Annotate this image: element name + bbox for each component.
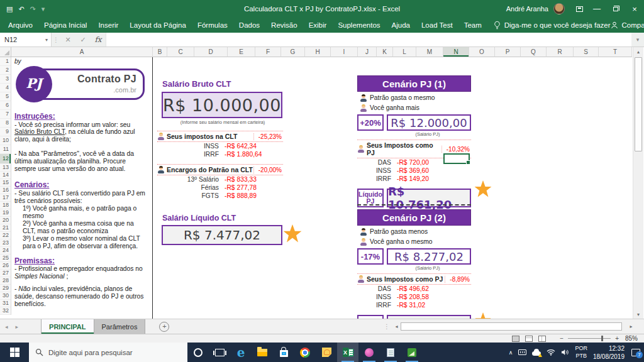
- new-sheet-button[interactable]: +: [159, 322, 169, 332]
- row-header-16[interactable]: 16: [0, 187, 11, 194]
- row-header-19[interactable]: 19: [0, 209, 11, 217]
- signed-in-user[interactable]: André Aranha: [506, 5, 548, 13]
- vertical-scrollbar-thumb[interactable]: [635, 57, 642, 151]
- row-header-10[interactable]: 10: [0, 136, 11, 145]
- column-header-H[interactable]: H: [305, 47, 331, 57]
- row-header-17[interactable]: 17: [0, 194, 11, 202]
- row-header-25[interactable]: 25: [0, 255, 11, 262]
- notepad-button[interactable]: [380, 343, 401, 362]
- qat-customize-icon[interactable]: ▾: [42, 5, 45, 13]
- touch-keyboard-icon[interactable]: [518, 349, 526, 355]
- row-header-31[interactable]: 31: [0, 300, 11, 307]
- edge-button[interactable]: e: [230, 343, 252, 362]
- row-header-32[interactable]: 32: [0, 307, 11, 315]
- column-header-G[interactable]: G: [281, 47, 305, 57]
- row-header-2[interactable]: 2: [0, 66, 11, 75]
- row-header-24[interactable]: 24: [0, 247, 11, 255]
- row-header-11[interactable]: 11: [0, 145, 11, 154]
- collapse-formula-bar-icon[interactable]: ▾: [631, 33, 644, 47]
- column-header-B[interactable]: B: [153, 47, 167, 57]
- scroll-right-icon[interactable]: ▸: [627, 324, 635, 329]
- column-header-D[interactable]: D: [194, 47, 228, 57]
- row-header-18[interactable]: 18: [0, 202, 11, 209]
- row-header-15[interactable]: 15: [0, 179, 11, 187]
- select-all-corner[interactable]: [0, 47, 11, 57]
- scenario-2-percent-cell[interactable]: -17%: [357, 248, 384, 265]
- column-header-O[interactable]: O: [469, 47, 495, 57]
- row-header-3[interactable]: 3: [0, 75, 11, 84]
- row-header-21[interactable]: 21: [0, 224, 11, 232]
- row-header-20[interactable]: 20: [0, 217, 11, 224]
- chrome-button[interactable]: [294, 343, 316, 362]
- scenario-2-salary-cell[interactable]: R$ 8.277,02: [387, 248, 471, 265]
- formula-input[interactable]: [106, 33, 631, 47]
- net-salary-cell[interactable]: R$ 7.477,02: [162, 225, 282, 245]
- green-app-button[interactable]: [401, 343, 423, 362]
- row-header-6[interactable]: 6: [0, 101, 11, 110]
- column-header-F[interactable]: F: [255, 47, 281, 57]
- enter-icon[interactable]: ✓: [75, 33, 91, 47]
- file-explorer-button[interactable]: [252, 343, 273, 362]
- zoom-out-icon[interactable]: −: [560, 335, 564, 342]
- row-header-30[interactable]: 30: [0, 292, 11, 300]
- action-center-icon[interactable]: 7: [631, 349, 640, 356]
- row-header-26[interactable]: 26: [0, 262, 11, 270]
- row-header-7[interactable]: 7: [0, 110, 11, 119]
- scroll-left-icon[interactable]: ◂: [392, 324, 401, 329]
- column-header-R[interactable]: R: [547, 47, 574, 57]
- column-header-M[interactable]: M: [416, 47, 443, 57]
- column-header-E[interactable]: E: [228, 47, 255, 57]
- ribbon-tab-fórmulas[interactable]: Fórmulas: [192, 18, 233, 33]
- ribbon-tab-suplementos[interactable]: Suplementos: [332, 18, 386, 33]
- formula-bar-splitter[interactable]: ⋮: [52, 33, 60, 47]
- horizontal-scrollbar[interactable]: ◂ ▸: [392, 319, 635, 334]
- volume-icon[interactable]: [561, 349, 569, 356]
- start-button[interactable]: [0, 343, 29, 362]
- row-header-9[interactable]: 9: [0, 128, 11, 136]
- undo-icon[interactable]: ↶: [18, 5, 24, 13]
- column-header-L[interactable]: L: [393, 47, 416, 57]
- insert-function-icon[interactable]: fx: [91, 33, 106, 47]
- minimize-button[interactable]: —: [587, 0, 606, 18]
- row-header-14[interactable]: 14: [0, 172, 11, 179]
- taskbar-search-input[interactable]: Digite aqui para pesquisar: [29, 343, 187, 362]
- worksheet-grid[interactable]: by Contrato PJ .com.br PJ Instruções: - …: [11, 57, 633, 319]
- row-header-23[interactable]: 23: [0, 239, 11, 247]
- row-header-8[interactable]: 8: [0, 119, 11, 128]
- pink-app-button[interactable]: [358, 343, 380, 362]
- selected-cell-n12[interactable]: [443, 153, 470, 164]
- sheet-nav-right-icon[interactable]: ▸: [16, 324, 19, 330]
- sheet-tab-parametros[interactable]: Parâmetros: [94, 319, 146, 334]
- ribbon-tab-load-test[interactable]: Load Test: [416, 18, 458, 33]
- name-box-dropdown-icon[interactable]: ▾: [45, 37, 48, 43]
- horizontal-scrollbar-thumb[interactable]: [401, 322, 622, 331]
- close-button[interactable]: ×: [625, 0, 644, 18]
- ribbon-tab-exibir[interactable]: Exibir: [303, 18, 333, 33]
- excel-taskbar-button[interactable]: X: [337, 343, 358, 362]
- tab-scrollbar-splitter[interactable]: ⋮: [381, 319, 392, 334]
- row-header-29[interactable]: 29: [0, 285, 11, 292]
- row-header-27[interactable]: 27: [0, 270, 11, 277]
- column-header-J[interactable]: J: [358, 47, 377, 57]
- page-break-view-icon[interactable]: [538, 336, 546, 342]
- task-view-button[interactable]: [209, 343, 230, 362]
- store-button[interactable]: [273, 343, 294, 362]
- row-header-13[interactable]: 13: [0, 164, 11, 172]
- sheet-nav-left-icon[interactable]: ◂: [5, 324, 8, 330]
- zoom-in-icon[interactable]: +: [615, 335, 619, 342]
- scenario-1-salary-cell[interactable]: R$ 12.000,00: [387, 114, 471, 131]
- ribbon-tab-layout-da-página[interactable]: Layout da Página: [124, 18, 192, 33]
- sheet-tab-principal[interactable]: PRINCIPAL: [41, 319, 94, 334]
- ribbon-tab-inserir[interactable]: Inserir: [92, 18, 124, 33]
- restore-button[interactable]: [606, 0, 625, 18]
- avatar[interactable]: [553, 3, 565, 14]
- ribbon-tab-página-inicial[interactable]: Página Inicial: [38, 18, 92, 33]
- scroll-up-icon[interactable]: ▴: [633, 47, 643, 56]
- scenario-1-percent-cell[interactable]: +20%: [357, 114, 384, 131]
- zoom-slider-thumb[interactable]: [601, 336, 603, 341]
- gross-salary-input-cell[interactable]: R$ 10.000,00: [162, 92, 282, 118]
- scroll-down-icon[interactable]: ▾: [633, 310, 643, 319]
- wifi-icon[interactable]: [547, 349, 555, 356]
- row-header-12[interactable]: 12: [0, 154, 11, 164]
- page-layout-view-icon[interactable]: [525, 336, 533, 342]
